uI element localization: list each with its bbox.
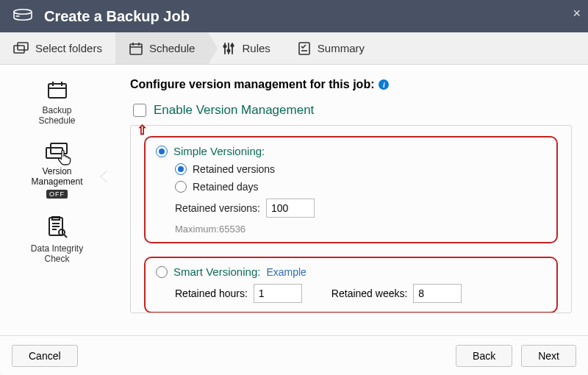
opt-label: Retained days [193, 181, 259, 193]
dialog-title: Create a Backup Job [44, 8, 190, 25]
simple-title: Simple Versioning: [173, 145, 265, 157]
info-icon[interactable]: i [379, 79, 389, 90]
retained-days-option[interactable]: Retained days [175, 181, 546, 193]
dialog-body: Backup Schedule Version Management OFF D… [0, 65, 588, 335]
sidenav-label: Backup Schedule [38, 105, 75, 126]
cursor-hand-icon [57, 149, 71, 168]
svg-point-0 [14, 10, 32, 14]
back-button[interactable]: Back [456, 345, 512, 367]
field-label: Retained hours: [175, 288, 248, 299]
disk-icon [12, 8, 34, 24]
svg-rect-3 [130, 44, 142, 54]
svg-rect-2 [18, 43, 28, 50]
step-label: Select folders [35, 42, 102, 54]
example-link[interactable]: Example [266, 266, 306, 278]
dialog-footer: Cancel Back Next [0, 335, 588, 375]
step-label: Rules [242, 42, 270, 54]
step-summary[interactable]: Summary [284, 32, 378, 64]
retained-weeks-field: Retained weeks: [331, 284, 462, 303]
retained-hours-field: Retained hours: [175, 284, 302, 303]
svg-rect-7 [299, 43, 309, 54]
smart-versioning-group: Smart Versioning: Example Retained hours… [144, 257, 558, 313]
smart-versioning-title-row[interactable]: Smart Versioning: Example [156, 265, 546, 278]
stack-icon [45, 142, 70, 163]
svg-rect-8 [49, 84, 66, 98]
sidenav-backup-schedule[interactable]: Backup Schedule [17, 75, 98, 130]
step-rules[interactable]: Rules [208, 32, 283, 64]
svg-point-6 [232, 44, 234, 46]
clipboard-search-icon [46, 215, 68, 240]
sliders-icon [221, 41, 236, 56]
dialog: Create a Backup Job × Select folders Sch… [0, 0, 588, 375]
content-heading: Configure version management for this jo… [130, 78, 572, 91]
calendar-icon [46, 79, 68, 102]
cancel-button[interactable]: Cancel [12, 345, 78, 367]
sidenav: Backup Schedule Version Management OFF D… [0, 65, 114, 335]
smart-title: Smart Versioning: [173, 265, 260, 278]
simple-versioning-group: Simple Versioning: Retained versions Ret… [144, 136, 558, 243]
version-panel: Simple Versioning: Retained versions Ret… [130, 125, 572, 313]
retained-hours-input[interactable] [254, 284, 302, 303]
heading-text: Configure version management for this jo… [130, 78, 374, 91]
svg-point-4 [224, 45, 226, 47]
simple-sub-options: Retained versions Retained days Retained… [175, 163, 546, 235]
sidenav-label: Version Management [31, 166, 82, 187]
retained-versions-input[interactable] [266, 199, 315, 218]
svg-rect-1 [14, 46, 24, 53]
annotation-arrow-icon: ⇧ [137, 122, 148, 138]
dialog-header: Create a Backup Job × [0, 0, 588, 32]
step-select-folders[interactable]: Select folders [0, 32, 115, 64]
wizard-steps: Select folders Schedule Rules Summary [0, 32, 588, 65]
smart-radio[interactable] [156, 266, 168, 278]
next-button[interactable]: Next [521, 345, 576, 367]
simple-versioning-title-row[interactable]: Simple Versioning: [156, 145, 546, 157]
content-pane: Configure version management for this jo… [114, 65, 588, 335]
close-icon[interactable]: × [573, 6, 581, 21]
retained-weeks-input[interactable] [413, 284, 462, 303]
enable-version-row[interactable]: Enable Version Management ⇧ [133, 103, 572, 118]
enable-label: Enable Version Management [154, 103, 314, 118]
smart-fields: Retained hours: Retained weeks: [175, 284, 546, 303]
field-label: Retained weeks: [331, 288, 408, 299]
folders-icon [13, 42, 29, 55]
enable-checkbox[interactable] [133, 104, 146, 117]
svg-point-5 [228, 49, 230, 51]
sidenav-label: Data Integrity Check [31, 243, 83, 264]
footer-right: Back Next [456, 345, 576, 367]
retained-versions-field: Retained versions: [175, 199, 546, 218]
calendar-icon [129, 41, 143, 56]
field-label: Retained versions: [175, 202, 260, 214]
off-badge: OFF [46, 190, 68, 199]
sidenav-data-integrity[interactable]: Data Integrity Check [17, 210, 98, 268]
summary-icon [297, 41, 312, 56]
step-label: Schedule [149, 42, 196, 54]
retained-versions-radio[interactable] [175, 163, 187, 175]
sidenav-version-management[interactable]: Version Management OFF [17, 138, 98, 203]
opt-label: Retained versions [193, 163, 275, 175]
retained-versions-option[interactable]: Retained versions [175, 163, 546, 175]
simple-radio[interactable] [156, 146, 168, 157]
step-label: Summary [318, 42, 365, 54]
retained-days-radio[interactable] [175, 181, 187, 193]
maximum-hint: Maximum:65536 [175, 224, 546, 235]
step-schedule[interactable]: Schedule [115, 32, 209, 64]
active-pointer-icon [101, 171, 108, 182]
